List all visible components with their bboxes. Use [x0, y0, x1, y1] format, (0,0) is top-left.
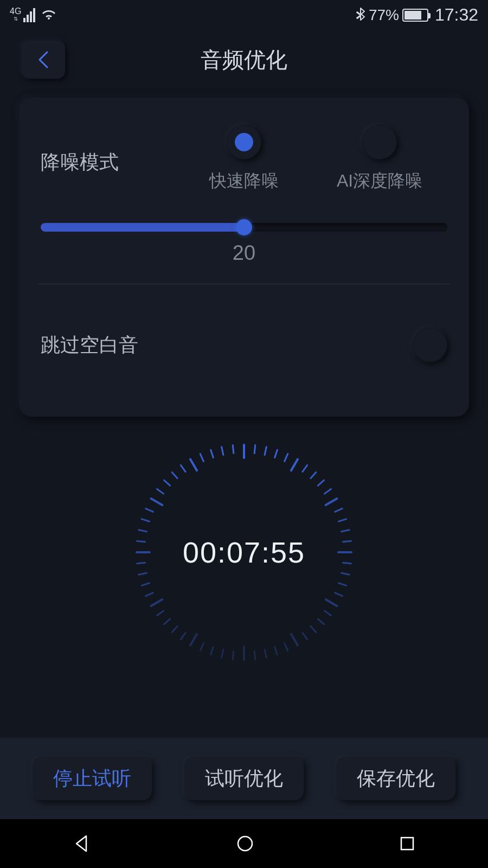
- network-label: 4G: [10, 8, 21, 15]
- clock: 17:32: [435, 5, 478, 25]
- status-right: 77% 17:32: [356, 5, 478, 25]
- wifi-icon: [41, 9, 57, 22]
- slider-value: 20: [41, 241, 447, 265]
- bluetooth-icon: [356, 8, 365, 23]
- radio-ai-noise-label: AI深度降噪: [337, 169, 422, 193]
- timer-value: 00:07:55: [183, 535, 305, 569]
- radio-ai-noise-button[interactable]: [362, 125, 397, 159]
- slider-thumb[interactable]: [236, 219, 252, 235]
- preview-optimize-label: 试听优化: [205, 765, 283, 792]
- noise-mode-label: 降噪模式: [41, 149, 176, 176]
- radio-fast-noise-button[interactable]: [227, 125, 261, 159]
- settings-card: 降噪模式 快速降噪 AI深度降噪 20 跳过空白音: [19, 98, 469, 417]
- battery-percentage: 77%: [369, 7, 399, 24]
- nav-home-button[interactable]: [235, 834, 255, 853]
- save-optimize-label: 保存优化: [357, 765, 435, 792]
- status-left: 4G ⇅: [10, 8, 57, 23]
- chevron-left-icon: [35, 50, 52, 69]
- timer-dial: 00:07:55: [136, 444, 352, 661]
- header: 音频优化: [0, 30, 488, 90]
- status-bar: 4G ⇅ 77% 17:32: [0, 0, 488, 30]
- skip-silence-row: 跳过空白音: [41, 328, 447, 362]
- back-button[interactable]: [22, 41, 65, 79]
- svg-point-0: [238, 837, 252, 851]
- radio-fast-noise: 快速降噪: [176, 125, 312, 193]
- radio-fast-noise-label: 快速降噪: [209, 169, 279, 193]
- radio-ai-noise: AI深度降噪: [312, 125, 447, 193]
- timer-dial-wrap: 00:07:55: [0, 444, 488, 661]
- save-optimize-button[interactable]: 保存优化: [336, 757, 455, 800]
- stop-preview-button[interactable]: 停止试听: [33, 757, 152, 800]
- stop-preview-label: 停止试听: [53, 765, 131, 792]
- bottom-action-bar: 停止试听 试听优化 保存优化: [0, 738, 488, 819]
- noise-level-slider: 20: [41, 223, 447, 265]
- skip-silence-label: 跳过空白音: [41, 332, 138, 359]
- nav-back-button[interactable]: [72, 834, 92, 853]
- divider: [38, 284, 450, 284]
- network-indicator: 4G ⇅: [10, 8, 35, 23]
- battery-icon: [402, 9, 428, 22]
- signal-bars-icon: [23, 8, 35, 22]
- slider-track[interactable]: [41, 223, 447, 232]
- nav-recent-button[interactable]: [399, 835, 416, 852]
- skip-silence-toggle[interactable]: [413, 328, 447, 362]
- system-nav-bar: [0, 819, 488, 868]
- slider-fill: [41, 223, 244, 232]
- preview-optimize-button[interactable]: 试听优化: [184, 757, 304, 800]
- page-title: 音频优化: [0, 45, 488, 75]
- svg-rect-1: [401, 838, 413, 850]
- noise-mode-row: 降噪模式 快速降噪 AI深度降噪: [41, 125, 447, 193]
